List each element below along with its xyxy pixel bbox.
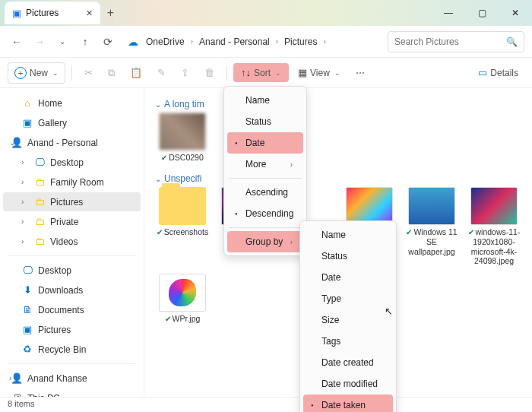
gallery-icon: ▣ <box>21 117 33 128</box>
chevron-right-icon[interactable]: › <box>21 198 24 206</box>
window-tab[interactable]: ▣ Pictures ✕ <box>5 2 100 24</box>
desktop-icon: 🖵 <box>21 265 33 276</box>
minimize-button[interactable]: — <box>432 0 465 26</box>
menu-item-size[interactable]: Size <box>303 309 393 331</box>
sidebar-item-videos[interactable]: ›🗀Videos <box>3 232 141 251</box>
sidebar-item-label: Downloads <box>38 285 83 296</box>
menu-item-descending[interactable]: ●Descending <box>227 203 303 224</box>
chevron-right-icon[interactable]: › <box>21 237 24 246</box>
refresh-button[interactable]: ⟳ <box>99 33 117 51</box>
folder-icon: 🗀 <box>33 196 46 208</box>
forward-button[interactable]: → <box>30 33 49 51</box>
new-tab-button[interactable]: + <box>100 6 120 20</box>
copy-button[interactable]: ⧉ <box>102 63 121 83</box>
sidebar-item-onedrive[interactable]: ⌄👤Anand - Personal <box>3 133 141 152</box>
thumbnail <box>408 187 455 225</box>
menu-item-name[interactable]: Name <box>303 224 393 246</box>
separator <box>226 65 227 81</box>
sidebar-item-pictures[interactable]: ›🗀Pictures <box>3 192 141 211</box>
breadcrumb-item[interactable]: Anand - Personal <box>196 35 273 49</box>
thumbnail <box>470 187 518 225</box>
search-input[interactable]: 🔍 <box>388 31 524 52</box>
sort-label: Sort <box>254 68 271 78</box>
chevron-right-icon: › <box>276 37 278 46</box>
groupby-menu: Name Status Date Type Size Tags Date cre… <box>299 220 397 412</box>
sidebar-item-private[interactable]: ›🗀Private <box>3 212 141 231</box>
folder-item[interactable]: ✔Screenshots <box>155 187 210 266</box>
view-button[interactable]: ▦ View ⌄ <box>292 63 347 82</box>
menu-item-date[interactable]: Date <box>303 267 393 288</box>
sidebar-item-user[interactable]: ›👤Anand Khanse <box>3 369 141 388</box>
sidebar-item-downloads[interactable]: ⬇Downloads <box>3 280 141 299</box>
paste-button[interactable]: 📋 <box>124 63 148 82</box>
chevron-right-icon[interactable]: › <box>21 178 24 186</box>
sort-button[interactable]: ↑↓ Sort ⌄ <box>233 63 289 82</box>
sidebar-item-gallery[interactable]: ▣Gallery <box>3 113 141 132</box>
cut-button[interactable]: ✂ <box>78 63 99 82</box>
chevron-down-icon: ⌄ <box>155 100 161 109</box>
menu-item-more[interactable]: More› <box>227 154 303 175</box>
menu-item-tags[interactable]: Tags <box>303 331 393 352</box>
breadcrumb-item[interactable]: OneDrive <box>143 35 188 49</box>
maximize-button[interactable]: ▢ <box>465 0 499 26</box>
folder-icon <box>159 187 206 225</box>
sync-icon: ✔ <box>161 154 167 162</box>
menu-item-groupby[interactable]: Group by› <box>227 231 303 252</box>
menu-item-datemodified[interactable]: Date modified <box>303 373 393 395</box>
menu-item-name[interactable]: Name <box>227 90 303 111</box>
chevron-down-icon[interactable]: ⌄ <box>9 138 15 147</box>
menu-item-date[interactable]: ●Date <box>227 132 303 154</box>
tab-close-icon[interactable]: ✕ <box>86 8 93 18</box>
chevron-right-icon: › <box>191 37 193 46</box>
sync-icon: ✔ <box>165 315 171 323</box>
close-button[interactable]: ✕ <box>499 0 532 26</box>
sort-menu: Name Status ●Date More› Ascending ●Desce… <box>223 86 307 256</box>
search-icon[interactable]: 🔍 <box>506 36 518 47</box>
more-button[interactable]: ⋯ <box>350 64 371 82</box>
rename-icon: ✎ <box>157 67 166 78</box>
sidebar-item-home[interactable]: ⌂Home <box>3 93 141 113</box>
sidebar-item-label: Gallery <box>38 118 67 128</box>
menu-item-datetaken[interactable]: ●Date taken <box>303 395 393 412</box>
rename-button[interactable]: ✎ <box>151 63 172 82</box>
separator <box>8 255 136 256</box>
sidebar-item-documents[interactable]: 🗎Documents <box>3 300 141 319</box>
breadcrumb[interactable]: ☁ OneDrive › Anand - Personal › Pictures… <box>122 32 383 52</box>
details-button[interactable]: ▭ Details <box>472 63 524 82</box>
group-header[interactable]: ⌄A long tim <box>155 96 521 113</box>
new-button[interactable]: + New ⌄ <box>8 62 65 84</box>
new-label: New <box>30 68 48 78</box>
breadcrumb-item[interactable]: Pictures <box>281 35 320 49</box>
chevron-right-icon: › <box>290 160 293 169</box>
sidebar-item-pc[interactable]: ⌄🖥This PC <box>3 388 141 397</box>
sidebar-item-family[interactable]: ›🗀Family Room <box>3 173 141 192</box>
menu-item-status[interactable]: Status <box>227 111 303 132</box>
sidebar-item-pictures-q[interactable]: ▣Pictures <box>3 320 141 339</box>
share-button[interactable]: ⇪ <box>175 63 195 82</box>
file-item[interactable]: ✔Windows 11 SE wallpaper.jpg <box>404 187 459 266</box>
back-button[interactable]: ← <box>8 33 26 51</box>
search-field[interactable] <box>394 36 502 47</box>
sidebar-item-desktop[interactable]: ›🖵Desktop <box>3 153 141 172</box>
file-item[interactable]: ✔windows-11-1920x1080-microsoft-4k-24098… <box>467 187 521 266</box>
sidebar-item-label: Family Room <box>50 177 104 188</box>
sidebar-item-desktop[interactable]: 🖵Desktop <box>3 261 141 280</box>
up-button[interactable]: ↑ <box>76 33 94 51</box>
chevron-down-icon[interactable]: ⌄ <box>53 33 71 51</box>
sidebar-item-label: Home <box>38 98 62 109</box>
file-item[interactable]: ✔DSC0290 <box>155 113 210 163</box>
chevron-right-icon[interactable]: › <box>9 374 11 382</box>
chevron-right-icon[interactable]: › <box>21 158 24 166</box>
delete-button[interactable]: 🗑 <box>198 63 220 82</box>
group-header[interactable]: ⌄Unspecifi <box>155 170 521 187</box>
menu-item-ascending[interactable]: Ascending <box>227 182 303 203</box>
delete-icon: 🗑 <box>204 67 214 78</box>
menu-item-datecreated[interactable]: Date created <box>303 352 393 373</box>
details-icon: ▭ <box>478 67 487 78</box>
menu-item-type[interactable]: Type <box>303 288 393 309</box>
file-item[interactable]: ✔WPr.jpg <box>155 274 210 324</box>
paste-icon: 📋 <box>130 67 142 78</box>
chevron-right-icon[interactable]: › <box>21 217 24 226</box>
menu-item-status[interactable]: Status <box>303 246 393 267</box>
sidebar-item-recycle[interactable]: ♻Recycle Bin <box>3 340 141 359</box>
